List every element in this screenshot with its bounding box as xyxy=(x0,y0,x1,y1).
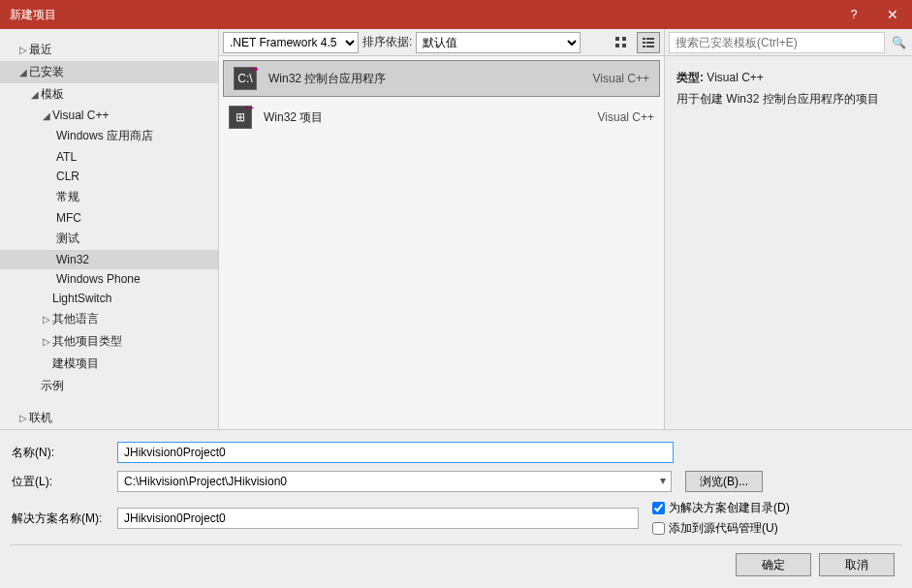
svg-rect-9 xyxy=(646,46,654,47)
window-title: 新建项目 xyxy=(10,7,834,23)
tree-recent[interactable]: ▷最近 xyxy=(0,39,218,61)
tree-samples[interactable]: 示例 xyxy=(0,375,218,397)
tree-vcpp-child[interactable]: Windows 应用商店 xyxy=(0,125,218,147)
template-icon: C:\ xyxy=(234,67,257,90)
template-lang: Visual C++ xyxy=(593,72,649,85)
view-small-icon[interactable] xyxy=(610,32,633,53)
titlebar: 新建项目 ? ✕ xyxy=(0,0,912,29)
view-list-icon[interactable] xyxy=(637,32,660,53)
solution-input[interactable] xyxy=(117,508,639,529)
category-tree: ▷最近 ◢已安装 ◢模板 ◢Visual C++ Windows 应用商店 AT… xyxy=(0,29,218,429)
svg-rect-5 xyxy=(646,38,654,40)
search-icon[interactable]: 🔍 xyxy=(889,36,908,49)
svg-rect-8 xyxy=(643,46,645,47)
framework-select[interactable]: .NET Framework 4.5 xyxy=(223,32,359,53)
cancel-button[interactable]: 取消 xyxy=(819,553,895,576)
template-icon: ⊞ xyxy=(229,106,252,129)
source-control-checkbox[interactable]: 添加到源代码管理(U) xyxy=(652,520,790,537)
create-dir-checkbox[interactable]: 为解决方案创建目录(D) xyxy=(652,500,790,516)
tree-vcpp-child[interactable]: Windows Phone xyxy=(0,269,218,289)
solution-label: 解决方案名称(M): xyxy=(10,511,111,527)
svg-rect-0 xyxy=(615,37,619,41)
tree-modeling[interactable]: ▷建模项目 xyxy=(0,353,218,375)
svg-rect-7 xyxy=(646,42,654,44)
tree-lightswitch[interactable]: ▷LightSwitch xyxy=(0,289,218,308)
tree-templates[interactable]: ◢模板 xyxy=(0,83,218,106)
template-item[interactable]: ⊞ Win32 项目 Visual C++ xyxy=(219,99,664,136)
template-lang: Visual C++ xyxy=(598,110,654,124)
sort-label: 排序依据: xyxy=(362,34,412,50)
svg-rect-4 xyxy=(643,38,645,40)
svg-rect-6 xyxy=(643,42,645,44)
tree-vcpp-win32[interactable]: Win32 xyxy=(0,250,218,269)
svg-rect-1 xyxy=(622,37,626,41)
name-label: 名称(N): xyxy=(10,445,111,461)
template-list: C:\ Win32 控制台应用程序 Visual C++ ⊞ Win32 项目 … xyxy=(219,56,664,429)
tree-other-proj[interactable]: ▷其他项目类型 xyxy=(0,330,218,353)
tree-vcpp-child[interactable]: 常规 xyxy=(0,186,218,208)
tree-online[interactable]: ▷联机 xyxy=(0,407,218,429)
svg-rect-2 xyxy=(615,44,619,47)
location-input[interactable] xyxy=(117,471,672,492)
tree-vcpp-child[interactable]: 测试 xyxy=(0,228,218,250)
template-item[interactable]: C:\ Win32 控制台应用程序 Visual C++ xyxy=(223,60,660,97)
search-bar: 🔍 xyxy=(665,29,912,56)
template-description: 类型: Visual C++ 用于创建 Win32 控制台应用程序的项目 xyxy=(665,56,912,121)
tree-vcpp-child[interactable]: ATL xyxy=(0,147,218,167)
template-pane: .NET Framework 4.5 排序依据: 默认值 C:\ Win32 控… xyxy=(218,29,665,429)
detail-pane: 🔍 类型: Visual C++ 用于创建 Win32 控制台应用程序的项目 xyxy=(665,29,912,429)
ok-button[interactable]: 确定 xyxy=(736,553,811,576)
name-input[interactable] xyxy=(117,442,674,463)
location-label: 位置(L): xyxy=(10,474,111,490)
template-name: Win32 控制台应用程序 xyxy=(268,71,582,87)
svg-rect-3 xyxy=(622,44,626,47)
close-button[interactable]: ✕ xyxy=(873,0,912,29)
help-button[interactable]: ? xyxy=(834,0,873,29)
tree-vcpp-child[interactable]: MFC xyxy=(0,208,218,228)
tree-vcpp[interactable]: ◢Visual C++ xyxy=(0,106,218,125)
tree-installed[interactable]: ◢已安装 xyxy=(0,61,218,83)
search-input[interactable] xyxy=(669,32,885,53)
browse-button[interactable]: 浏览(B)... xyxy=(685,471,763,492)
toolbar: .NET Framework 4.5 排序依据: 默认值 xyxy=(219,29,664,56)
project-form: 名称(N): 位置(L): 浏览(B)... 解决方案名称(M): 为解决方案创… xyxy=(0,429,912,588)
tree-vcpp-child[interactable]: CLR xyxy=(0,167,218,186)
tree-other-lang[interactable]: ▷其他语言 xyxy=(0,308,218,330)
sort-select[interactable]: 默认值 xyxy=(416,32,581,53)
template-name: Win32 项目 xyxy=(264,109,586,126)
